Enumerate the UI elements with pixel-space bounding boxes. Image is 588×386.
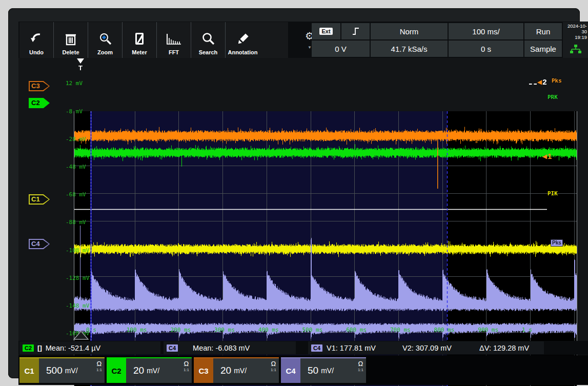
waveform-area: 12 mV-8 mV-28 mV-48 mV-68 mV-88 mV-108 m… [18,58,588,355]
stats-brackets-icon: [] [37,344,42,352]
chevron-down-icon: ▼ [308,45,312,50]
channel-marker-c3[interactable]: C3 [29,81,50,91]
channel-scale-value: 50 [308,365,318,376]
channel-marker-c2[interactable]: C2 [29,98,50,108]
delete-button[interactable]: Delete [54,22,88,58]
measurement-2-channel-badge: C4 [167,344,178,352]
search-icon [201,29,215,49]
channel-scale-value: 20 [133,365,144,376]
channel-badge: C2 [107,358,126,383]
oscilloscope-screen: Undo Delete Zoom Meter [0,0,588,386]
measurement-2-value: Mean: -6.083 mV [193,344,250,352]
trigger-mode-cell[interactable]: Norm [371,23,448,39]
channel-scale-unit: mV/ [147,367,159,375]
channel-scale-value: 500 [46,365,63,376]
x-axis-label: 500 ms [302,327,323,333]
channel-scale-unit: mV/ [234,367,247,375]
cursor-v1-value: V1: 177.81 mV [327,344,402,352]
probe-ratio-label: 1:1 [96,367,102,373]
trigger-time-marker-icon[interactable] [73,331,89,340]
c3-peak-decoration: Pks [552,77,562,84]
run-state-cell[interactable]: Run [524,23,562,39]
horizontal-position-cell[interactable]: 0 s [449,40,523,57]
y-axis-label: -68 mV [66,191,86,198]
channel-badge: C1 [19,358,39,383]
cursor2-arrow-icon: ◀ [537,79,542,85]
trigger-source-cell[interactable]: Ext [312,23,340,39]
x-axis-label: 1 s [522,327,532,333]
trigger-level-cell[interactable]: 0 V [312,40,370,57]
cursor-dv-value: ΔV: 129.28 mV [479,344,529,352]
y-axis-label: -28 mV [66,136,86,143]
channel-widget-c2[interactable]: C220mV/Ω1:1 [107,357,192,383]
trigger-source-badge: Ext [319,28,332,35]
channel-marker-c4[interactable]: C4 [29,239,50,249]
cursor2-handle[interactable]: ◀ 2 [537,77,547,86]
measurement-1-channel-badge: C2 [23,344,34,352]
measurement-1[interactable]: C2 [] Mean: -521.4 µV [19,341,160,354]
search-button[interactable]: Search [191,22,226,58]
x-axis-label: 300 ms [214,327,235,333]
undo-button[interactable]: Undo [19,22,54,58]
header-bar: Undo Delete Zoom Meter [18,22,588,58]
fft-icon [165,29,183,49]
undo-icon [29,29,44,49]
y-axis-label: -128 mV [66,275,89,281]
trigger-slope-cell[interactable] [341,23,370,39]
trigger-t-label: T [78,64,83,72]
zoom-icon [98,29,112,49]
x-axis-label: 400 ms [258,327,279,333]
toolbar-filler [260,22,288,58]
lan-icon [570,44,582,54]
annotation-button[interactable]: Annotation [226,22,260,58]
channel-scale-unit: mV/ [65,367,78,375]
cursor-results[interactable]: C4 V1: 177.81 mV V2: 307.09 mV ΔV: 129.2… [308,341,544,354]
cursor2-line-segment [529,84,537,85]
rising-edge-icon [351,27,360,36]
cursor-channel-badge: C4 [311,344,322,352]
impedance-label: Ω [358,361,363,367]
measurement-2[interactable]: C4 Mean: -6.083 mV [164,341,296,354]
measurement-bar: C2 [] Mean: -521.4 µV C4 Mean: -6.083 mV… [18,341,588,355]
sample-rate-cell[interactable]: 41.7 kSa/s [371,40,448,57]
probe-ratio-label: 1:1 [184,367,189,373]
channel-widget-c4[interactable]: C450mV/Ω1:1 [281,357,366,383]
date-label: 2024-10-30 [563,23,587,34]
x-axis-label: 100 ms [127,327,147,333]
meter-icon [134,29,145,49]
probe-ratio-label: 1:1 [358,367,363,373]
scope-panel: Undo Delete Zoom Meter [8,8,580,378]
x-axis-label: 700 ms [390,327,411,333]
impedance-label: Ω [96,361,102,367]
delete-icon [64,29,77,49]
channel-badge: C4 [281,358,300,383]
y-axis-label: -48 mV [66,164,86,170]
y-axis-label: -148 mV [66,302,89,309]
measurement-1-value: Mean: -521.4 µV [46,344,101,352]
x-axis-label: 600 ms [346,327,367,333]
fft-button[interactable]: FFT [157,22,191,58]
trigger-position-marker[interactable] [77,58,84,64]
channel-scale-unit: mV/ [321,367,334,375]
meter-button[interactable]: Meter [123,22,157,58]
annotation-icon [236,29,250,49]
channel-badge: C3 [194,358,213,383]
zoom-button[interactable]: Zoom [88,22,123,58]
channel-widget-c1[interactable]: C1500mV/Ω1:1 [19,357,105,383]
channel-marker-c1[interactable]: C1 [29,194,50,205]
timebase-cell[interactable]: 100 ms/ [449,23,523,39]
cursor1-arrow-icon: ◀ [542,153,547,159]
probe-ratio-label: 1:1 [271,367,276,373]
y-axis-label: -88 mV [66,219,86,226]
channel-scale-value: 20 [220,365,231,376]
acquisition-mode-cell[interactable]: Sample [524,40,562,57]
y-axis-label: -108 mV [66,247,89,254]
channel-widget-c3[interactable]: C320mV/Ω1:1 [194,357,279,383]
c1-peak-decoration: PIK [548,190,558,197]
impedance-label: Ω [271,361,276,367]
c4-peak-decoration: Pks [551,239,563,247]
channel-bar: C1500mV/Ω1:1C220mV/Ω1:1C320mV/Ω1:1C450mV… [18,355,588,385]
cursor1-handle[interactable]: ◀ 1 [542,152,552,160]
c2-peak-decoration: PRK [548,94,558,100]
y-axis-label: -8 mV [66,108,83,115]
